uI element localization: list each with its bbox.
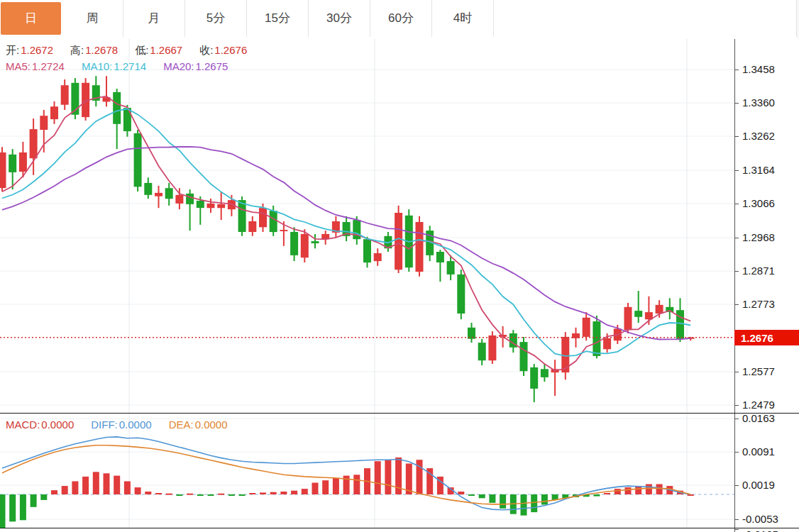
axis-tick-label: 1.3262 [742,130,775,142]
axis-tick-label: 0.0091 [742,445,775,458]
tab-m5[interactable]: 5分 [185,0,247,37]
ohlc-readout-row: 开:1.2672高:1.2678低:1.2667收:1.2676 [6,44,264,57]
readout-item-0: MA5:1.2724 [6,60,65,72]
tab-m15[interactable]: 15分 [247,0,309,37]
axis-tick-mark [735,519,739,520]
panel-separator-bottom [0,528,799,528]
readout-item-2: DEA:0.0000 [169,419,228,431]
axis-tick-label: 1.2479 [742,399,775,411]
trading-chart-app: { "tabs": { "items": [ {"key":"day","lab… [0,0,799,532]
axis-tick-label: 0.0019 [742,479,775,491]
axis-tick-label: 1.2968 [742,231,775,243]
axis-tick-mark [735,238,739,238]
axis-tick-label: 1.3066 [742,197,775,209]
macd-chart-svg[interactable] [0,414,734,528]
axis-tick-label: 1.3164 [742,164,775,176]
axis-tick-mark [735,304,739,305]
tab-month[interactable]: 月 [123,0,185,37]
tab-m30[interactable]: 30分 [309,0,370,37]
readout-item-2: MA20:1.2675 [163,60,228,72]
axis-tick-mark [735,271,739,272]
tab-h4[interactable]: 4时 [432,0,494,37]
tab-m60[interactable]: 60分 [370,0,432,37]
axis-tick-label: 1.2871 [742,265,775,277]
readout-item-1: DIFF:0.0000 [91,419,151,431]
axis-tick-mark [735,485,739,486]
axis-tick-label: 1.2577 [742,365,775,377]
axis-tick-mark [735,103,739,104]
readout-item-0: 开:1.2672 [6,44,53,57]
axis-tick-label: 1.3458 [742,63,775,75]
axis-tick-mark [735,70,739,70]
timeframe-tabbar: 日周月5分15分30分60分4时 [0,0,799,37]
ma-readout-row: MA5:1.2724MA10:1.2714MA20:1.2675 [6,60,245,72]
axis-tick-mark [735,136,739,137]
axis-tick-label: -0.0125 [742,528,778,532]
axis-tick-label: 1.3360 [742,96,775,109]
tab-week[interactable]: 周 [62,0,123,37]
readout-item-0: MACD:0.0000 [6,419,74,431]
ma20-line [2,147,690,340]
price-axis: 1.34581.33601.32621.31641.30661.29681.28… [734,39,799,532]
axis-tick-mark [735,204,739,204]
readout-item-3: 收:1.2676 [199,44,247,57]
axis-tick-mark [735,529,739,530]
readout-item-2: 低:1.2667 [135,44,182,57]
axis-tick-mark [735,372,739,372]
readout-item-1: 高:1.2678 [70,44,118,57]
axis-tick-mark [735,452,739,453]
axis-tick-label: 0.0163 [742,412,775,424]
macd-readout-row: MACD:0.0000DIFF:0.0000DEA:0.0000 [6,419,245,431]
readout-item-1: MA10:1.2714 [82,60,146,72]
macd-histogram-layer [0,458,694,528]
axis-tick-label: 1.2773 [742,298,775,310]
axis-tick-mark [735,170,739,171]
axis-tick-mark [735,419,739,419]
panel-separator-top [0,413,799,414]
last-price-badge: 1.2676 [734,330,799,345]
tab-day[interactable]: 日 [1,2,61,35]
axis-tick-label: -0.0053 [742,513,778,525]
price-chart-svg[interactable] [0,39,734,413]
axis-tick-mark [735,405,739,406]
candles-layer [0,76,695,402]
tabbar-right-divider [796,0,797,37]
